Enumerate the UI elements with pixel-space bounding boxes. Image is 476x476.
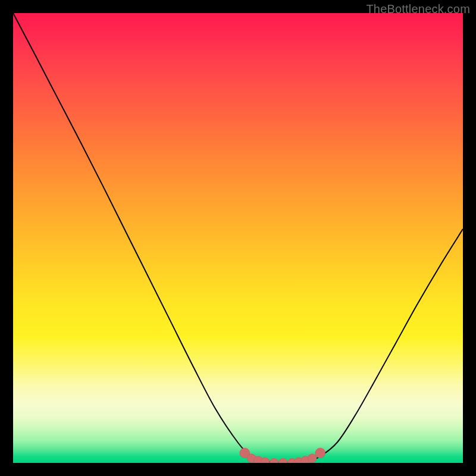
curve-layer [13,13,463,463]
watermark-label: TheBottleneck.com [366,2,470,16]
sweet-spot-marker [270,459,278,464]
sweet-spot-marker [278,459,287,464]
sweet-spot-markers [240,448,325,463]
bottleneck-curve [13,13,463,463]
plot-area [13,13,463,463]
sweet-spot-marker [315,448,325,458]
sweet-spot-marker [308,454,317,463]
chart-stage: TheBottleneck.com [0,0,476,476]
